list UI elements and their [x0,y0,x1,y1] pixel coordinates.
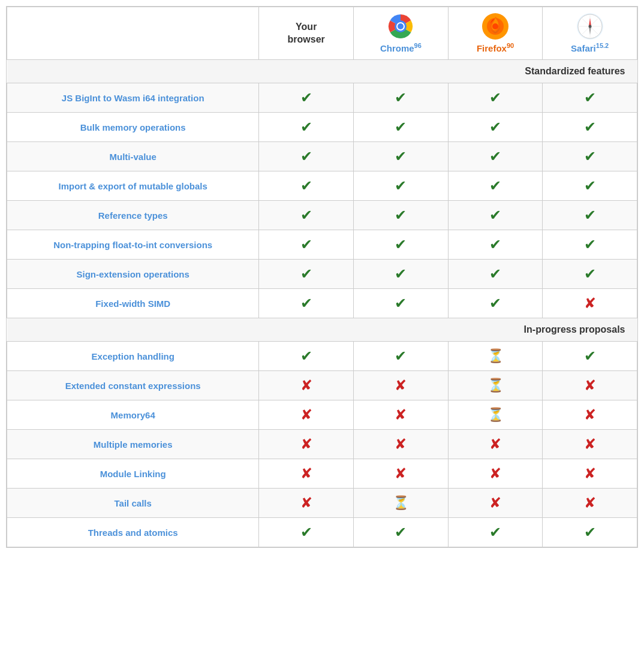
table-row: Threads and atomics ✔ ✔ ✔ ✔ [7,518,637,547]
table-row: Bulk memory operations ✔ ✔ ✔ ✔ [7,113,637,142]
cross-icon: ✘ [584,377,596,393]
chrome-cell: ✔ [354,518,449,547]
check-icon: ✔ [584,177,596,194]
safari-icon [577,13,603,40]
firefox-cell: ✘ [448,489,543,518]
firefox-cell: ⏳ [448,371,543,400]
table-body: Standardized features JS BigInt to Wasm … [7,60,637,547]
chrome-cell: ✔ [354,289,449,318]
your-browser-cell: ✘ [259,430,354,459]
safari-cell: ✘ [543,289,637,318]
your-browser-cell: ✔ [259,113,354,142]
your-browser-cell: ✔ [259,289,354,318]
check-icon: ✔ [395,89,407,106]
chrome-cell: ✔ [354,260,449,289]
firefox-cell: ✔ [448,113,543,142]
chrome-cell: ✘ [354,371,449,400]
table-row: Reference types ✔ ✔ ✔ ✔ [7,201,637,230]
check-icon: ✔ [300,295,312,311]
chrome-label: Chrome96 [380,42,422,53]
feature-name: Exception handling [7,342,259,371]
table-row: Non-trapping float-to-int conversions ✔ … [7,230,637,260]
your-browser-cell: ✔ [259,260,354,289]
cross-icon: ✘ [300,495,312,511]
firefox-cell: ⏳ [448,342,543,371]
table-row: Memory64 ✘ ✘ ⏳ ✘ [7,400,637,430]
check-icon: ✔ [300,177,312,194]
firefox-cell: ✔ [448,142,543,171]
chrome-cell: ✔ [354,201,449,230]
check-icon: ✔ [300,524,312,540]
check-icon: ✔ [584,119,596,135]
section-header: In-progress proposals [7,318,637,342]
chrome-cell: ✔ [354,142,449,171]
safari-cell: ✘ [543,430,637,459]
chrome-cell: ✘ [354,400,449,430]
firefox-version: 90 [507,42,514,49]
your-browser-cell: ✔ [259,230,354,260]
check-icon: ✔ [489,266,501,282]
your-browser-cell: ✘ [259,459,354,489]
safari-cell: ✘ [543,459,637,489]
cross-icon: ✘ [395,377,407,393]
firefox-cell: ✔ [448,83,543,113]
feature-name: Extended constant expressions [7,371,259,400]
your-browser-cell: ✔ [259,83,354,113]
safari-version: 15.2 [596,42,609,49]
cross-icon: ✘ [584,465,596,481]
check-icon: ✔ [395,207,407,223]
firefox-icon [482,13,508,40]
table-row: Exception handling ✔ ✔ ⏳ ✔ [7,342,637,371]
safari-cell: ✔ [543,260,637,289]
check-icon: ✔ [489,524,501,540]
safari-cell: ✘ [543,400,637,430]
check-icon: ✔ [300,148,312,164]
safari-cell: ✔ [543,230,637,260]
feature-name: Tail calls [7,489,259,518]
check-icon: ✔ [395,348,407,364]
safari-cell: ✔ [543,201,637,230]
check-icon: ✔ [489,236,501,252]
feature-name: Sign-extension operations [7,260,259,289]
compatibility-table: Yourbrowser [6,6,638,548]
firefox-cell: ✔ [448,289,543,318]
check-icon: ✔ [395,266,407,282]
cross-icon: ✘ [300,377,312,393]
cross-icon: ✘ [395,465,407,481]
check-icon: ✔ [300,236,312,252]
firefox-cell: ✔ [448,171,543,201]
check-icon: ✔ [395,148,407,164]
chrome-cell: ✘ [354,430,449,459]
cross-icon: ✘ [395,406,407,423]
firefox-cell: ✔ [448,260,543,289]
check-icon: ✔ [489,89,501,106]
cross-icon: ✘ [489,495,501,511]
your-browser-cell: ✔ [259,201,354,230]
check-icon: ✔ [584,266,596,282]
feature-name: Fixed-width SIMD [7,289,259,318]
hourglass-icon: ⏳ [487,378,504,393]
check-icon: ✔ [584,524,596,540]
table-row: Module Linking ✘ ✘ ✘ ✘ [7,459,637,489]
cross-icon: ✘ [300,465,312,481]
chrome-cell: ⏳ [354,489,449,518]
check-icon: ✔ [584,148,596,164]
check-icon: ✔ [584,207,596,223]
firefox-cell: ✘ [448,459,543,489]
firefox-label: Firefox90 [477,42,514,53]
chrome-cell: ✔ [354,83,449,113]
your-browser-header: Yourbrowser [259,7,354,60]
chrome-cell: ✘ [354,459,449,489]
section-header: Standardized features [7,60,637,83]
safari-label: Safari15.2 [571,42,609,53]
your-browser-cell: ✘ [259,489,354,518]
section-title: Standardized features [7,60,637,83]
firefox-header: Firefox90 [448,7,543,60]
chrome-cell: ✔ [354,230,449,260]
your-browser-cell: ✘ [259,400,354,430]
safari-cell: ✔ [543,113,637,142]
cross-icon: ✘ [489,436,501,452]
hourglass-icon: ⏳ [487,407,504,422]
cross-icon: ✘ [395,436,407,452]
feature-name: Reference types [7,201,259,230]
